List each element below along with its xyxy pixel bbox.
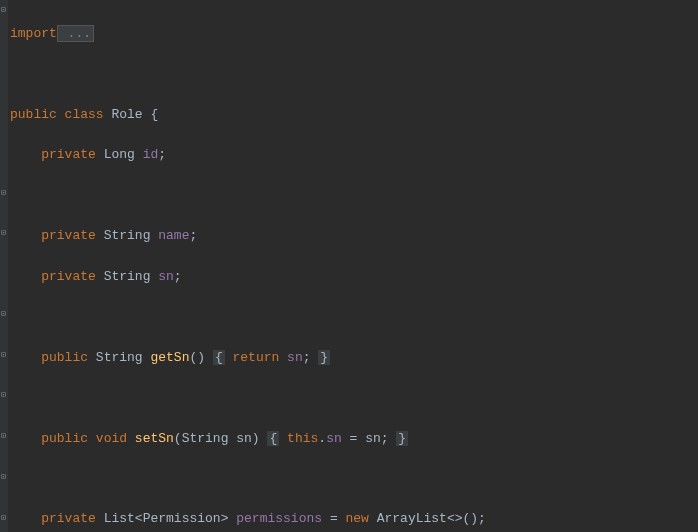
code-line <box>10 307 698 327</box>
field-name: name <box>158 228 189 243</box>
code-line <box>10 388 698 408</box>
code-line <box>10 186 698 206</box>
code-line: import ... <box>10 24 698 44</box>
fold-icon[interactable]: ⊡ <box>1 391 8 398</box>
fold-icon[interactable]: ⊡ <box>1 6 8 13</box>
field-permissions: permissions <box>236 511 322 526</box>
fold-icon[interactable]: ⊡ <box>1 432 8 439</box>
code-line: private String sn; <box>10 267 698 287</box>
code-line: public void setSn(String sn) { this.sn =… <box>10 429 698 449</box>
folded-region[interactable]: ... <box>57 25 94 42</box>
code-line: private Long id; <box>10 145 698 165</box>
fold-icon[interactable]: ⊡ <box>1 229 8 236</box>
editor-gutter: ⊡ ⊡ ⊡ ⊡ ⊡ ⊡ ⊡ ⊡ ⊡ <box>0 0 8 532</box>
keyword-import: import <box>10 26 57 41</box>
field-id: id <box>143 147 159 162</box>
code-line: public class Role { <box>10 105 698 125</box>
class-name: Role <box>111 107 142 122</box>
fold-icon[interactable]: ⊡ <box>1 514 8 521</box>
code-line <box>10 469 698 489</box>
fold-icon[interactable]: ⊡ <box>1 189 8 196</box>
code-line: private List<Permission> permissions = n… <box>10 509 698 529</box>
code-line: private String name; <box>10 226 698 246</box>
code-editor[interactable]: import ... public class Role { private L… <box>0 0 698 532</box>
fold-icon[interactable]: ⊡ <box>1 310 8 317</box>
code-line <box>10 65 698 85</box>
fold-icon[interactable]: ⊡ <box>1 473 8 480</box>
method-setSn: setSn <box>135 431 174 446</box>
method-getSn: getSn <box>150 350 189 365</box>
field-sn: sn <box>158 269 174 284</box>
code-line: public String getSn() { return sn; } <box>10 348 698 368</box>
fold-icon[interactable]: ⊡ <box>1 351 8 358</box>
